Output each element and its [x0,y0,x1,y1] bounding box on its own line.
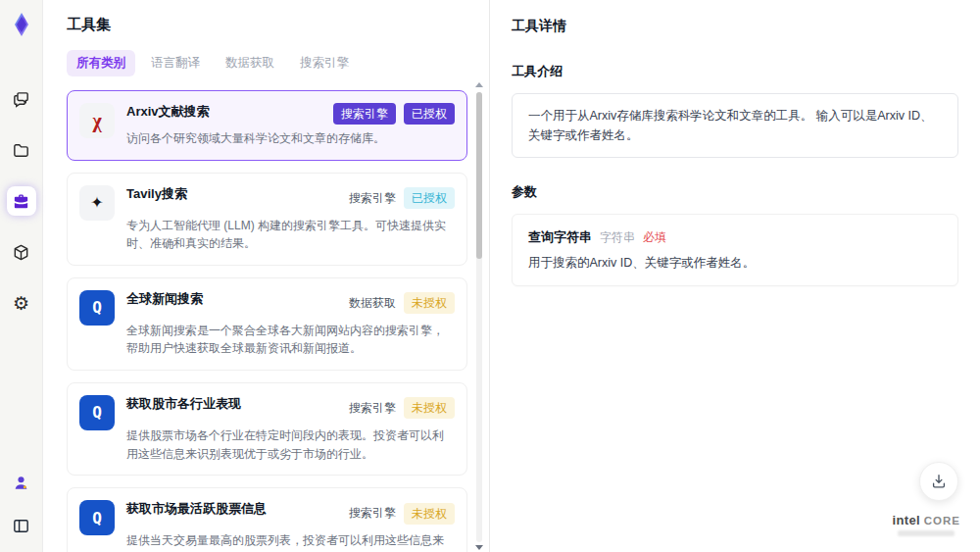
tool-description: 提供当天交易量最高的股票列表，投资者可以利用这些信息来识别流动性强的股票和潜在的… [126,531,450,552]
arxiv-glyph: χ [92,110,101,132]
app-logo-icon [9,12,34,37]
nav-chat-icon[interactable] [7,84,36,114]
q-glyph: Q [92,403,102,422]
tool-description: 提供股票市场各个行业在特定时间段内的表现。投资者可以利用这些信息来识别表现优于或… [126,427,450,463]
scrollbar-thumb[interactable] [476,92,482,259]
category-label: 搜索引擎 [349,500,396,527]
tool-card-global-news[interactable]: Q 全球新闻搜索 数据获取 未授权 全球新闻搜索是一个聚合全球各大新闻网站内容的… [67,277,467,371]
params-heading: 参数 [512,183,958,201]
scroll-up-arrow[interactable] [475,82,483,87]
page-title: 工具集 [67,16,467,34]
status-badge: 未授权 [404,397,455,419]
category-label: 数据获取 [349,290,396,317]
nav-toolbox-icon[interactable] [7,186,36,216]
param-description: 用于搜索的Arxiv ID、关键字或作者姓名。 [528,255,942,272]
intro-box: 一个用于从Arxiv存储库搜索科学论文和文章的工具。 输入可以是Arxiv ID… [512,93,958,158]
sidebar-nav: ⚙ [7,84,36,318]
brand-subtext-blur [898,530,955,536]
stocks-search-icon: Q [79,500,115,535]
param-name: 查询字符串 [528,228,592,246]
sidebar-bottom [7,468,36,540]
category-label: 搜索引擎 [349,395,396,422]
tool-card-arxiv[interactable]: χ Arxiv文献搜索 搜索引擎 已授权 访问各个研究领域大量科学论文和文章的存… [67,90,467,161]
tool-card-active-stocks[interactable]: Q 获取市场最活跃股票信息 搜索引擎 未授权 提供当天交易量最高的股票列表，投资… [67,487,467,552]
param-type: 字符串 [600,229,635,246]
tool-body: Arxiv文献搜索 搜索引擎 已授权 访问各个研究领域大量科学论文和文章的存储库… [126,103,455,148]
tool-body: 全球新闻搜索 数据获取 未授权 全球新闻搜索是一个聚合全球各大新闻网站内容的搜索… [126,290,455,358]
tool-description: 全球新闻搜索是一个聚合全球各大新闻网站内容的搜索引擎，帮助用户快速获取全球最新资… [126,322,450,358]
category-label: 搜索引擎 [349,185,396,212]
status-badge: 已授权 [404,187,455,209]
intel-wordmark: intel [893,513,920,527]
detail-title: 工具详情 [512,18,958,35]
tool-list: χ Arxiv文献搜索 搜索引擎 已授权 访问各个研究领域大量科学论文和文章的存… [67,90,467,552]
tool-name: 获取市场最活跃股票信息 [126,500,267,518]
intro-text: 一个用于从Arxiv存储库搜索科学论文和文章的工具。 输入可以是Arxiv ID… [528,109,933,142]
news-search-icon: Q [79,290,115,326]
tab-search-engine[interactable]: 搜索引擎 [290,50,359,76]
user-avatar-icon[interactable] [7,468,36,497]
status-badge: 未授权 [404,292,455,314]
tool-body: 获取市场最活跃股票信息 搜索引擎 未授权 提供当天交易量最高的股票列表，投资者可… [126,500,455,552]
core-wordmark: CORE [924,515,960,527]
parameter-card: 查询字符串 字符串 必填 用于搜索的Arxiv ID、关键字或作者姓名。 [512,214,958,286]
category-tabs: 所有类别 语言翻译 数据获取 搜索引擎 [67,50,467,76]
market-search-icon: Q [79,395,115,430]
tab-language-translation[interactable]: 语言翻译 [141,50,210,76]
list-scrollbar[interactable] [475,82,483,552]
arxiv-icon: χ [79,103,115,138]
sparkle-icon: ✦ [79,185,115,221]
tool-name: 全球新闻搜索 [126,290,203,308]
tools-panel: 工具集 所有类别 语言翻译 数据获取 搜索引擎 χ Arxiv文献搜索 搜索引擎… [43,0,490,552]
download-icon [930,473,948,490]
nav-settings-icon[interactable]: ⚙ [7,288,36,318]
scroll-down-arrow[interactable] [475,545,483,550]
tool-name: Arxiv文献搜索 [126,103,210,121]
intel-core-logo: intel CORE [893,513,960,536]
gear-icon: ⚙ [13,294,29,313]
tool-description: 访问各个研究领域大量科学论文和文章的存储库。 [126,129,450,148]
tool-name: Tavily搜索 [126,185,187,203]
tab-all-categories[interactable]: 所有类别 [67,50,135,76]
tool-name: 获取股市各行业表现 [126,395,241,413]
status-badge: 未授权 [404,503,455,525]
detail-panel: 工具详情 工具介绍 一个用于从Arxiv存储库搜索科学论文和文章的工具。 输入可… [490,0,980,552]
download-button[interactable] [919,462,958,501]
status-badge: 已授权 [404,103,455,125]
intro-heading: 工具介绍 [512,63,958,80]
nav-cube-icon[interactable] [7,237,36,267]
panel-toggle-icon[interactable] [7,511,36,540]
q-glyph: Q [92,509,102,527]
tool-body: 获取股市各行业表现 搜索引擎 未授权 提供股票市场各个行业在特定时间段内的表现。… [126,395,455,463]
tool-card-sector-performance[interactable]: Q 获取股市各行业表现 搜索引擎 未授权 提供股票市场各个行业在特定时间段内的表… [67,382,467,476]
app-window: ⚙ 工具集 所有类别 语言翻译 [0,0,980,552]
tool-description: 专为人工智能代理 (LLM) 构建的搜索引擎工具。可快速提供实时、准确和真实的结… [126,217,450,253]
param-required-badge: 必填 [643,229,666,246]
q-glyph: Q [92,298,102,317]
nav-folder-icon[interactable] [7,135,36,165]
category-badge: 搜索引擎 [333,103,396,125]
tab-data-fetch[interactable]: 数据获取 [216,50,284,76]
tool-body: Tavily搜索 搜索引擎 已授权 专为人工智能代理 (LLM) 构建的搜索引擎… [126,185,455,253]
tool-card-tavily[interactable]: ✦ Tavily搜索 搜索引擎 已授权 专为人工智能代理 (LLM) 构建的搜索… [67,173,467,266]
sidebar-rail: ⚙ [0,0,43,552]
sparkle-glyph: ✦ [90,193,103,212]
